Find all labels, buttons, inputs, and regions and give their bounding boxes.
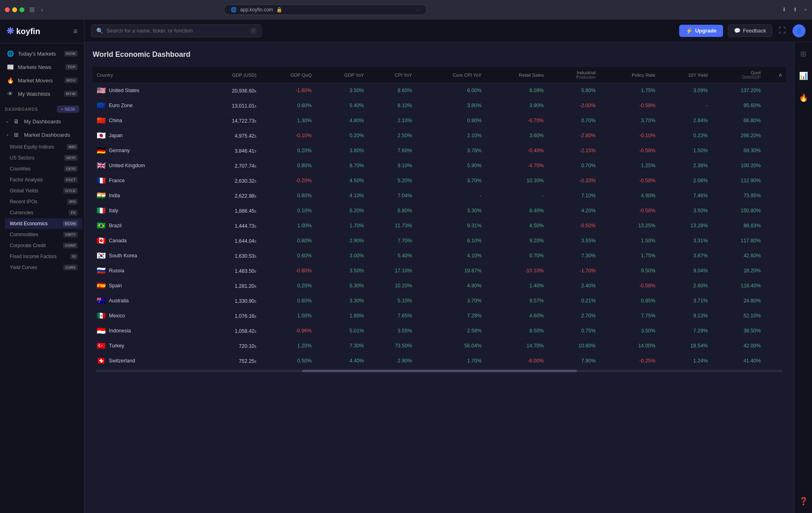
td-country: 🇨🇭 Switzerland [93, 353, 199, 369]
sidebar-item-commodities[interactable]: Commodities CMTY [5, 229, 82, 240]
td-country: 🇮🇳 India [93, 188, 199, 203]
sidebar-item-us-sectors[interactable]: US Sectors SETF [5, 153, 82, 163]
td-cpi-yoy: 7.70% [368, 233, 416, 248]
td-govt-debt: 38.50% [712, 323, 765, 338]
td-10y-yield: 1.50% [660, 143, 712, 158]
td-govt-debt: 24.80% [712, 293, 765, 308]
td-policy-rate: -0.10% [600, 128, 659, 143]
td-10y-yield: 2.38% [660, 158, 712, 173]
sidebar-item-markets-news[interactable]: 📰 Markets News TOP [2, 60, 82, 73]
td-10y-yield: 3.09% [660, 83, 712, 98]
scrollbar-thumb[interactable] [302, 370, 576, 372]
td-gdp-yoy: 1.80% [316, 308, 368, 323]
sidebar-item-factor-analysis[interactable]: Factor Analysis FACT [5, 175, 82, 185]
td-industrial-prod: -2.80% [548, 128, 600, 143]
maximize-window-button[interactable] [19, 7, 24, 12]
country-name: Brazil [109, 223, 121, 228]
td-retail-sales: -4.70% [486, 158, 548, 173]
close-window-button[interactable] [5, 7, 10, 12]
market-dashboards-label: Market Dashboards [24, 132, 78, 138]
panel-flame-icon[interactable]: 🔥 [797, 91, 810, 105]
panel-chart-icon[interactable]: 📊 [797, 69, 810, 83]
sidebar-item-yield-curves[interactable]: Yield Curves CURV [5, 262, 82, 273]
sidebar: ❋ koyfin ≡ 🌐 Today's Markets NOW 📰 Marke… [0, 19, 84, 513]
sidebar-item-world-equity-indices[interactable]: World Equity Indices WEI [5, 142, 82, 152]
search-input[interactable] [106, 28, 247, 34]
recent-ipos-label: Recent IPOs [10, 199, 64, 205]
td-cpi-yoy: 5.10% [368, 293, 416, 308]
panel-grid-icon[interactable]: ⊞ [798, 47, 809, 61]
avatar-icon: 👤 [796, 28, 803, 34]
new-dashboard-button[interactable]: + NEW [57, 106, 79, 113]
td-core-cpi-yoy: 9.31% [416, 218, 485, 233]
sidebar-item-corporate-credit[interactable]: Corporate Credit CORP [5, 240, 82, 251]
upgrade-button[interactable]: ⚡ Upgrade [679, 25, 723, 37]
sidebar-item-fixed-income-factors[interactable]: Fixed Income Factors FI [5, 251, 82, 262]
corporate-credit-label: Corporate Credit [10, 243, 60, 248]
global-yields-label: Global Yields [10, 188, 60, 194]
td-gdp: 13,011.01₅ [199, 98, 261, 113]
td-extra [765, 113, 786, 128]
my-dashboards-label: My Dashboards [24, 119, 78, 125]
logo: ❋ koyfin [6, 26, 40, 37]
table-row: 🇨🇭 Switzerland 752.25₅ 0.50% 4.40% 2.90%… [93, 353, 786, 369]
td-gdp-qoq: -0.10% [260, 128, 316, 143]
th-industrial-production: Industrial Production [548, 67, 600, 83]
commodities-label: Commodities [10, 232, 60, 237]
upgrade-label: Upgrade [695, 28, 717, 34]
td-gdp-qoq: 0.20% [260, 278, 316, 293]
recent-ipos-badge: IPO [67, 199, 78, 205]
td-10y-yield: 3.50% [660, 203, 712, 218]
sidebar-item-recent-ipos[interactable]: Recent IPOs IPO [5, 196, 82, 207]
download-icon[interactable]: ⬇ [782, 6, 786, 13]
minimize-window-button[interactable] [12, 7, 17, 12]
td-retail-sales: -10.10% [486, 263, 548, 278]
sidebar-item-countries[interactable]: Countries CETF [5, 164, 82, 174]
sidebar-item-market-dashboards[interactable]: ▾ ⊞ Market Dashboards [2, 128, 82, 141]
address-bar[interactable]: 🌀 app.koyfin.com 🔒 ··· [224, 4, 427, 15]
td-gdp-qoq: 0.50% [260, 353, 316, 369]
td-industrial-prod: -0.33% [548, 173, 600, 188]
sidebar-item-todays-markets[interactable]: 🌐 Today's Markets NOW [2, 47, 82, 60]
td-gdp-yoy: 4.10% [316, 188, 368, 203]
country-flag: 🇯🇵 [97, 131, 106, 140]
avatar-button[interactable]: 👤 [793, 24, 806, 37]
td-retail-sales: -6.00% [486, 353, 548, 369]
sidebar-item-world-economics[interactable]: World Economics ECON [5, 218, 82, 229]
td-retail-sales: 0.70% [486, 248, 548, 263]
td-retail-sales: 3.60% [486, 128, 548, 143]
share-icon[interactable]: ⬆ [793, 6, 797, 13]
back-button[interactable]: ‹ [39, 4, 45, 15]
dashboard-icon: 🖥 [13, 118, 20, 125]
feedback-button[interactable]: 💬 Feedback [728, 24, 772, 37]
sidebar-item-my-watchlists[interactable]: 👁 My Watchlists MYW [2, 87, 82, 100]
sidebar-toggle-button[interactable]: ⊞ [28, 4, 36, 15]
country-flag: 🇮🇩 [97, 326, 106, 335]
corporate-credit-badge: CORP [63, 243, 78, 248]
new-tab-icon[interactable]: + [804, 6, 807, 13]
dashboards-title: DASHBOARDS [5, 107, 38, 112]
th-govt-debt-gdp: Govt Debt/GDP [712, 67, 765, 83]
panel-help-icon[interactable]: ❓ [797, 494, 810, 508]
td-cpi-yoy: 3.55% [368, 323, 416, 338]
movers-icon: 🔥 [6, 77, 14, 84]
country-flag: 🇬🇧 [97, 161, 106, 170]
sidebar-item-my-dashboards[interactable]: ▸ 🖥 My Dashboards [2, 115, 82, 128]
country-name: India [109, 193, 120, 198]
sidebar-menu-button[interactable]: ≡ [73, 27, 78, 36]
sidebar-item-global-yields[interactable]: Global Yields GYLD [5, 185, 82, 196]
scrollbar-track[interactable] [96, 370, 783, 372]
td-gdp-yoy: 6.20% [316, 203, 368, 218]
sidebar-item-market-movers[interactable]: 🔥 Market Movers MOV [2, 74, 82, 87]
search-bar[interactable]: 🔍 / [91, 24, 262, 37]
browser-right-controls: ⬇ ⬆ + [782, 6, 807, 13]
td-extra [765, 248, 786, 263]
fullscreen-button[interactable]: ⛶ [777, 25, 788, 37]
td-industrial-prod: -0.50% [548, 218, 600, 233]
country-name: Australia [109, 298, 129, 304]
td-industrial-prod: 4.20% [548, 203, 600, 218]
sidebar-item-currencies[interactable]: Currencies FX [5, 207, 82, 218]
td-industrial-prod: 0.70% [548, 113, 600, 128]
td-10y-yield: 2.60% [660, 278, 712, 293]
horizontal-scrollbar[interactable] [93, 369, 786, 373]
